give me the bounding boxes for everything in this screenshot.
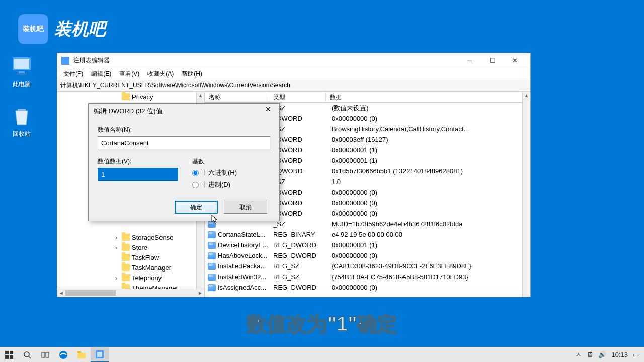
cell-data: 0x00000000 (0): [330, 199, 530, 207]
cell-name: CortanaStateL...: [218, 231, 273, 238]
cancel-button[interactable]: 取消: [224, 201, 267, 214]
radio-dec[interactable]: 十进制(D): [192, 180, 270, 189]
cell-type: REG_DWORD: [273, 252, 330, 259]
menu-file[interactable]: 文件(F): [59, 68, 87, 80]
radio-hex[interactable]: 十六进制(H): [192, 168, 270, 177]
clock[interactable]: 10:13: [611, 351, 628, 358]
close-button[interactable]: ✕: [504, 53, 526, 68]
tree-item[interactable]: ›StorageSense: [57, 232, 196, 242]
cell-data: 0x00000001 (1): [330, 241, 530, 249]
explorer-button[interactable]: [72, 347, 91, 363]
edit-dword-dialog: 编辑 DWORD (32 位)值 ✕ 数值名称(N): 数值数据(V): 基数 …: [88, 103, 280, 221]
cell-name: IsAssignedAcc...: [218, 284, 273, 291]
tree-item[interactable]: ›Store: [57, 242, 196, 252]
cell-data: 0x00000000 (0): [330, 284, 530, 291]
menu-help[interactable]: 帮助(H): [178, 68, 206, 80]
tree-label: Telephony: [132, 274, 162, 282]
tray-up-icon[interactable]: ㅅ: [575, 350, 582, 359]
svg-point-9: [24, 352, 29, 357]
edge-button[interactable]: [54, 347, 72, 363]
list-row[interactable]: InstalledWin32...REG_SZ{754B1F0A-FC75-46…: [205, 272, 530, 282]
svg-rect-15: [77, 351, 81, 353]
svg-rect-12: [46, 352, 49, 357]
monitor-icon: [10, 54, 34, 78]
cell-data: MUID=1b73f59b62de4eb4b367281f6c02bfda: [330, 220, 530, 228]
cell-name: HasAboveLock...: [218, 252, 273, 259]
tree-item[interactable]: ›Telephony: [57, 273, 196, 283]
cell-data: BrowsingHistory,Calendar,CallHistory,Con…: [330, 125, 530, 133]
recycle-icon: [10, 104, 34, 128]
dialog-title: 编辑 DWORD (32 位)值: [94, 107, 262, 116]
search-button[interactable]: [18, 347, 36, 363]
base-label: 基数: [192, 157, 270, 166]
titlebar[interactable]: 注册表编辑器 ─ ☐ ✕: [57, 53, 530, 68]
list-vscrollbar[interactable]: ▲: [522, 92, 530, 297]
cell-data: 0x00000000 (0): [330, 189, 530, 196]
dialog-close-button[interactable]: ✕: [262, 105, 274, 117]
notifications-icon[interactable]: ▭: [633, 351, 639, 358]
list-row[interactable]: InstalledPacka...REG_SZ{CA81D308-3623-49…: [205, 261, 530, 272]
value-data-field[interactable]: [98, 168, 178, 181]
watermark-logo: 装机吧 装机吧: [18, 14, 106, 44]
svg-rect-11: [42, 352, 45, 357]
menu-edit[interactable]: 编辑(E): [87, 68, 115, 80]
dialog-titlebar[interactable]: 编辑 DWORD (32 位)值 ✕: [89, 104, 279, 119]
subtitle-caption: 数值改为"1"确定: [247, 310, 397, 338]
value-data-label: 数值数据(V):: [98, 157, 178, 166]
maximize-button[interactable]: ☐: [481, 53, 504, 68]
list-row[interactable]: IsAssignedAcc...REG_DWORD0x00000000 (0): [205, 282, 530, 293]
col-data[interactable]: 数据: [326, 92, 530, 102]
list-row[interactable]: HasAboveLock...REG_DWORD0x00000000 (0): [205, 250, 530, 261]
reg-value-icon: [208, 274, 216, 281]
expand-icon[interactable]: ›: [113, 274, 120, 282]
menubar: 文件(F) 编辑(E) 查看(V) 收藏夹(A) 帮助(H): [57, 68, 530, 80]
ok-button[interactable]: 确定: [175, 201, 218, 214]
col-type[interactable]: 类型: [269, 92, 326, 102]
svg-rect-5: [5, 351, 9, 354]
logo-text: 装机吧: [54, 18, 106, 41]
cell-name: DeviceHistoryE...: [218, 241, 273, 249]
folder-icon: [122, 284, 130, 289]
expand-icon[interactable]: ›: [113, 244, 120, 251]
cell-type: REG_SZ: [273, 273, 330, 281]
address-bar[interactable]: 计算机\HKEY_CURRENT_USER\Software\Microsoft…: [57, 80, 530, 92]
reg-value-icon: [208, 252, 216, 259]
menu-view[interactable]: 查看(V): [115, 68, 143, 80]
system-tray[interactable]: ㅅ 🖥 🔊 10:13 ▭: [570, 350, 644, 359]
svg-rect-4: [18, 109, 26, 111]
taskbar: ㅅ 🖥 🔊 10:13 ▭: [0, 347, 644, 362]
reg-value-icon: [208, 284, 216, 291]
col-name[interactable]: 名称: [205, 92, 269, 102]
cell-data: (数值未设置): [330, 104, 530, 113]
tree-item[interactable]: TaskManager: [57, 262, 196, 273]
desktop-recycle[interactable]: 回收站: [4, 104, 39, 138]
cell-data: {CA81D308-3623-49D8-9CCF-2F6E3FE89D8E}: [330, 262, 530, 270]
network-icon[interactable]: 🖥: [587, 351, 593, 358]
taskview-button[interactable]: [36, 347, 54, 363]
minimize-button[interactable]: ─: [458, 53, 481, 68]
list-row[interactable]: DeviceHistoryE...REG_DWORD0x00000001 (1): [205, 240, 530, 250]
cell-type: _SZ: [273, 178, 330, 186]
desktop-this-pc[interactable]: 此电脑: [4, 54, 39, 89]
tree-item[interactable]: TaskFlow: [57, 252, 196, 262]
regedit-taskbar-button[interactable]: [91, 347, 109, 363]
tree-item[interactable]: ThemeManager: [57, 283, 196, 289]
tree-label: ThemeManager: [132, 284, 178, 289]
cell-data: 0x00000001 (1): [330, 157, 530, 164]
tree-label: Store: [132, 244, 147, 251]
expand-icon[interactable]: ›: [113, 234, 120, 241]
reg-value-icon: [208, 221, 216, 228]
tree-hscrollbar[interactable]: ◄►: [57, 289, 204, 297]
cell-type: _SZ: [273, 125, 330, 133]
window-title: 注册表编辑器: [73, 56, 458, 65]
cell-type: _SZ: [273, 220, 330, 228]
volume-icon[interactable]: 🔊: [598, 351, 606, 358]
tree-item[interactable]: Privacy: [57, 92, 196, 102]
value-name-label: 数值名称(N):: [98, 126, 270, 134]
cell-type: _DWORD: [273, 199, 330, 207]
value-name-field[interactable]: [98, 136, 270, 149]
svg-line-10: [29, 356, 31, 358]
list-row[interactable]: CortanaStateL...REG_BINARYe4 92 19 5e 00…: [205, 229, 530, 240]
menu-favorites[interactable]: 收藏夹(A): [143, 68, 178, 80]
start-button[interactable]: [0, 347, 18, 363]
